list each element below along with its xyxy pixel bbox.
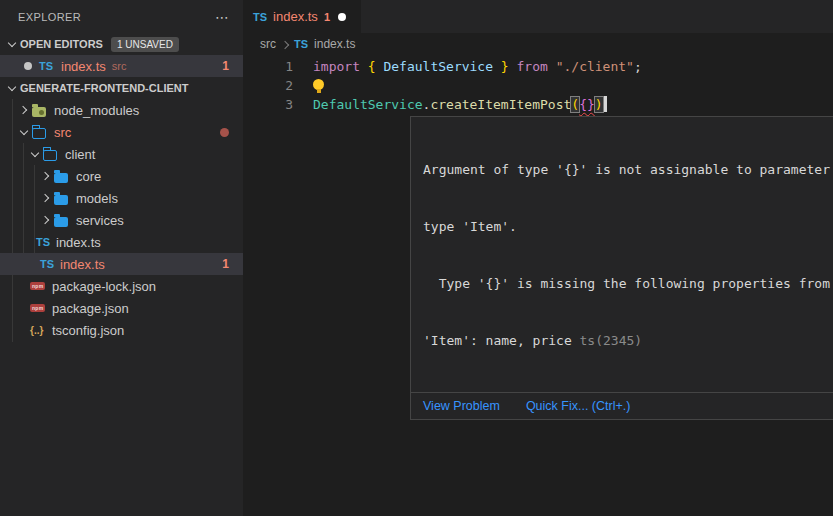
npm-file-icon: npm: [30, 282, 45, 290]
space: [548, 59, 556, 74]
line-number: 1: [271, 57, 293, 76]
tree-item-label: models: [76, 191, 118, 206]
empty-object-literal-error: {}: [579, 97, 595, 112]
chevron-right-icon: [16, 107, 32, 113]
tree-item-src[interactable]: src: [0, 121, 243, 143]
tree-item-label: services: [76, 213, 124, 228]
error-line: type 'Item'.: [423, 217, 833, 236]
open-editors-label: OPEN EDITORS: [20, 38, 103, 50]
tree-item-node-modules[interactable]: node_modules: [0, 99, 243, 121]
tree-item-label: package.json: [52, 301, 129, 316]
vscode-window: EXPLORER ⋯ OPEN EDITORS 1 UNSAVED TS ind…: [0, 0, 833, 516]
chevron-down-icon: [4, 42, 20, 46]
editor-group: TS index.ts 1 src TS index.ts 1 2 3 impo…: [243, 0, 833, 516]
error-line: Argument of type '{}' is not assignable …: [423, 160, 833, 179]
chevron-right-icon: [38, 195, 54, 201]
tree-item-package-lock[interactable]: npm package-lock.json: [0, 275, 243, 297]
tree-item-label: index.ts: [56, 235, 101, 250]
typescript-file-icon: TS: [36, 236, 50, 248]
paren-close-matched: ): [595, 97, 603, 112]
models-folder-icon: [54, 195, 68, 205]
keyword-import: import: [313, 59, 360, 74]
tree-item-tsconfig[interactable]: {..} tsconfig.json: [0, 319, 243, 341]
open-editor-filename: index.ts: [61, 59, 106, 74]
paren-open-matched: (: [571, 97, 579, 112]
tab-bar: TS index.ts 1: [243, 0, 833, 33]
text-cursor: [604, 96, 607, 112]
typescript-file-icon: TS: [40, 258, 54, 270]
unsaved-badge: 1 UNSAVED: [111, 37, 179, 52]
hover-actions-bar: View Problem Quick Fix... (Ctrl+.): [411, 392, 833, 419]
sidebar-header: EXPLORER ⋯: [0, 0, 243, 33]
brace-close: }: [493, 59, 516, 74]
error-count-badge: 1: [222, 257, 229, 271]
explorer-sidebar: EXPLORER ⋯ OPEN EDITORS 1 UNSAVED TS ind…: [0, 0, 243, 516]
tree-item-package-json[interactable]: npm package.json: [0, 297, 243, 319]
core-folder-icon: [54, 173, 68, 183]
error-line: Type '{}' is missing the following prope…: [423, 274, 833, 293]
tree-item-label: client: [65, 147, 95, 162]
tree-item-src-indexts[interactable]: TS index.ts 1: [0, 253, 243, 275]
keyword-from: from: [517, 59, 548, 74]
chevron-down-icon: [27, 152, 43, 156]
identifier-defaultservice: DefaultService: [383, 59, 493, 74]
code-line-3: DefaultService.createItemItemPost({}): [313, 95, 607, 114]
chevron-right-icon: [282, 37, 288, 51]
unsaved-dot-icon[interactable]: [338, 13, 346, 21]
client-folder-icon: [43, 150, 57, 161]
quick-fix-link[interactable]: Quick Fix... (Ctrl+.): [526, 399, 631, 413]
src-folder-icon: [32, 128, 46, 139]
modified-dot-icon: [24, 62, 32, 70]
open-editor-path: src: [112, 60, 127, 72]
chevron-right-icon: [38, 173, 54, 179]
explorer-title: EXPLORER: [18, 11, 81, 23]
tab-filename: index.ts: [273, 9, 318, 24]
json-braces-icon: {..}: [30, 325, 43, 336]
brace-open: {: [360, 59, 383, 74]
tree-item-client[interactable]: client: [0, 143, 243, 165]
tree-item-client-indexts[interactable]: TS index.ts: [0, 231, 243, 253]
more-actions-icon[interactable]: ⋯: [215, 9, 229, 25]
chevron-down-icon: [4, 86, 20, 90]
workspace-header[interactable]: GENERATE-FRONTEND-CLIENT: [0, 77, 243, 99]
breadcrumb: src TS index.ts: [243, 33, 355, 55]
chevron-right-icon: [38, 217, 54, 223]
code-line-1: import { DefaultService } from "./client…: [313, 57, 642, 76]
error-hover-tooltip: Argument of type '{}' is not assignable …: [410, 116, 833, 420]
lightbulb-quickfix-icon[interactable]: [313, 79, 324, 90]
error-count-badge: 1: [222, 59, 229, 73]
line-number: 2: [271, 76, 293, 95]
node-modules-folder-icon: [32, 107, 46, 117]
method-createitemitempost: createItemItemPost: [430, 97, 571, 112]
npm-file-icon: npm: [30, 304, 45, 312]
breadcrumb-folder[interactable]: src: [260, 37, 276, 51]
error-line: 'Item': name, price: [423, 333, 580, 348]
tree-item-models[interactable]: models: [0, 187, 243, 209]
tree-item-services[interactable]: services: [0, 209, 243, 231]
chevron-down-icon: [16, 130, 32, 134]
breadcrumb-file[interactable]: index.ts: [314, 37, 355, 51]
typescript-file-icon: TS: [253, 11, 267, 23]
tab-error-count: 1: [324, 11, 330, 23]
tree-item-label: package-lock.json: [52, 279, 156, 294]
workspace-name: GENERATE-FRONTEND-CLIENT: [20, 82, 188, 94]
typescript-file-icon: TS: [39, 60, 53, 72]
typescript-file-icon: TS: [294, 38, 308, 50]
ts-error-code: ts(2345): [580, 333, 643, 348]
services-folder-icon: [54, 217, 68, 227]
tab-indexts[interactable]: TS index.ts 1: [243, 0, 361, 33]
tree-item-core[interactable]: core: [0, 165, 243, 187]
modified-folder-dot: [220, 128, 229, 137]
class-defaultservice: DefaultService: [313, 97, 423, 112]
view-problem-link[interactable]: View Problem: [423, 399, 500, 413]
open-editor-item-indexts[interactable]: TS index.ts src 1: [0, 55, 243, 77]
line-number: 3: [271, 95, 293, 114]
error-message: Argument of type '{}' is not assignable …: [411, 117, 833, 392]
semicolon: ;: [634, 59, 642, 74]
tree-item-label: core: [76, 169, 101, 184]
tree-item-label: tsconfig.json: [52, 323, 124, 338]
tree-item-label: node_modules: [54, 103, 139, 118]
open-editors-header[interactable]: OPEN EDITORS 1 UNSAVED: [0, 33, 243, 55]
string-client-path: "./client": [556, 59, 634, 74]
tree-item-label: index.ts: [60, 257, 105, 272]
